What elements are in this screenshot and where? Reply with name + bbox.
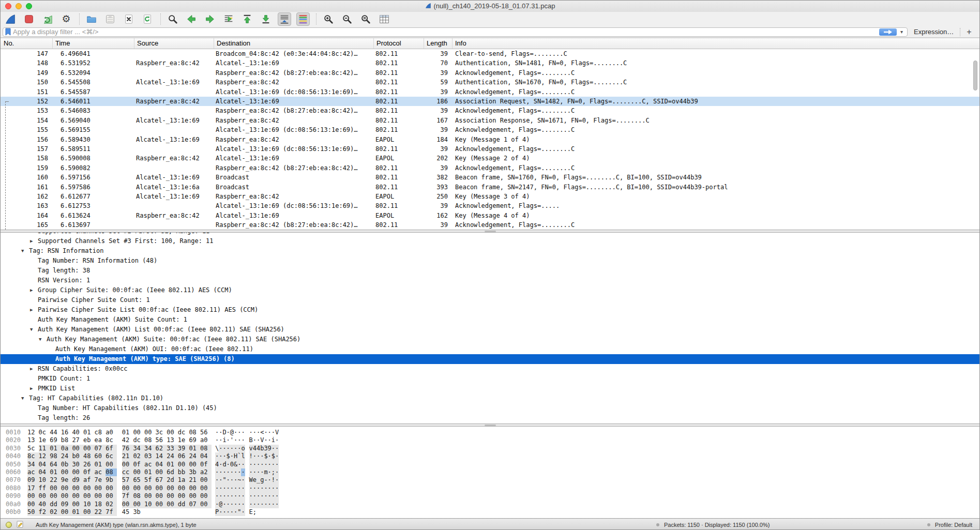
ascii-char[interactable]: · [219, 508, 222, 516]
hex-byte[interactable]: 00 [144, 484, 156, 492]
packet-row[interactable]: 1576.589511Alcatel-_13:1e:69 (dc:08:56:1… [1, 144, 979, 154]
hex-byte[interactable]: 3b [189, 468, 200, 476]
hex-byte[interactable]: 24 [167, 452, 178, 460]
hex-byte[interactable]: 00 [122, 501, 133, 508]
ascii-char[interactable]: " [237, 508, 241, 516]
hex-byte[interactable]: 00 [122, 461, 133, 468]
ascii-char[interactable]: · [257, 492, 260, 500]
ascii-char[interactable]: · [230, 492, 234, 500]
ascii-char[interactable]: · [253, 461, 257, 468]
tree-row[interactable]: Auth Key Management (AKM) type: SAE (SHA… [1, 354, 979, 364]
go-forward-icon[interactable] [203, 12, 217, 26]
ascii-char[interactable]: · [268, 429, 272, 436]
packet-row[interactable]: 1546.569040Alcatel-_13:1e:69Raspberr_ea:… [1, 116, 979, 125]
ascii-char[interactable]: · [275, 501, 279, 508]
hex-byte[interactable]: 12 [27, 429, 39, 436]
ascii-char[interactable]: 4 [215, 461, 219, 468]
packet-row[interactable]: 1646.613624Raspberr_ea:8c:42Alcatel-_13:… [1, 211, 979, 220]
ascii-char[interactable]: · [237, 484, 241, 492]
hex-byte[interactable]: 7f [122, 492, 133, 500]
ascii-char[interactable]: · [264, 429, 267, 436]
ascii-char[interactable]: · [219, 492, 222, 500]
hex-byte[interactable]: 60 [95, 452, 106, 460]
hex-byte[interactable]: 1a [178, 476, 189, 484]
hex-byte[interactable]: 00 [105, 492, 117, 500]
hex-byte[interactable]: dc [133, 436, 144, 444]
ascii-char[interactable]: · [264, 436, 267, 444]
expression-button[interactable]: Expression… [914, 28, 954, 36]
ascii-char[interactable]: · [234, 476, 237, 484]
ascii-char[interactable]: · [230, 468, 234, 476]
tree-row[interactable]: ▶Group Cipher Suite: 00:0f:ac (Ieee 802.… [1, 285, 979, 295]
hex-byte[interactable]: 00 [83, 492, 95, 500]
ascii-char[interactable]: · [215, 492, 219, 500]
hex-row[interactable]: 00700910229ed9af7e9b57655f672d1a2100··"·… [1, 476, 979, 484]
column-header-destination[interactable]: Destination [214, 38, 373, 49]
hex-byte[interactable]: 00 [83, 484, 95, 492]
hex-byte[interactable]: 00 [200, 501, 212, 508]
packet-row[interactable]: 1616.597586Alcatel-_13:1e:6aBroadcast802… [1, 183, 979, 192]
hex-byte[interactable]: 18 [95, 501, 106, 508]
hex-byte[interactable]: 24 [189, 452, 200, 460]
hex-byte[interactable]: ac [27, 468, 39, 476]
ascii-char[interactable]: $ [227, 452, 230, 460]
packet-row[interactable]: 1656.613697Raspberr_ea:8c:42 (b8:27:eb:e… [1, 220, 979, 230]
hex-byte[interactable]: 14 [156, 452, 167, 460]
ascii-char[interactable]: · [234, 445, 237, 452]
ascii-char[interactable]: · [222, 501, 226, 508]
ascii-char[interactable]: · [234, 501, 237, 508]
ascii-char[interactable]: @ [219, 501, 222, 508]
packet-row[interactable]: 1596.590082Raspberr_ea:8c:42 (b8:27:eb:e… [1, 163, 979, 173]
tree-row[interactable]: Tag length: 38 [1, 266, 979, 276]
ascii-char[interactable]: · [237, 436, 241, 444]
ascii-char[interactable]: · [268, 461, 272, 468]
ascii-char[interactable]: · [227, 468, 230, 476]
hex-byte[interactable]: ea [95, 436, 106, 444]
hex-byte[interactable]: 13 [27, 436, 39, 444]
hex-byte[interactable]: 21 [122, 452, 133, 460]
packet-row[interactable]: 1486.531952Raspberr_ea:8c:42Alcatel-_13:… [1, 58, 979, 68]
hex-byte[interactable]: 16 [61, 429, 72, 436]
ascii-char[interactable]: · [272, 429, 275, 436]
hex-byte[interactable]: 00 [167, 484, 178, 492]
packet-row[interactable]: 1586.590008Raspberr_ea:8c:42Alcatel-_13:… [1, 154, 979, 163]
hex-byte[interactable]: 57 [122, 476, 133, 484]
hex-byte[interactable]: 00 [144, 429, 156, 436]
ascii-char[interactable]: · [268, 492, 272, 500]
colorize-icon[interactable] [296, 12, 310, 26]
packet-row[interactable]: 1626.612677Alcatel-_13:1e:69Raspberr_ea:… [1, 192, 979, 201]
ascii-char[interactable]: · [241, 476, 245, 484]
hex-byte[interactable]: 13 [167, 436, 178, 444]
ascii-char[interactable]: 4 [253, 445, 257, 452]
start-capture-icon[interactable] [4, 12, 17, 26]
hex-byte[interactable]: 00 [189, 484, 200, 492]
ascii-char[interactable]: · [222, 452, 226, 460]
hex-byte[interactable]: 04 [39, 461, 50, 468]
ascii-char[interactable]: · [275, 492, 279, 500]
ascii-char[interactable]: · [237, 429, 241, 436]
hex-byte[interactable]: 04 [200, 452, 212, 460]
hex-byte[interactable]: 00 [61, 484, 72, 492]
hex-byte[interactable]: 04 [39, 468, 50, 476]
zoom-out-icon[interactable] [340, 12, 354, 26]
tree-row[interactable]: ▼Auth Key Management (AKM) Suite: 00:0f:… [1, 335, 979, 344]
hex-byte[interactable]: 62 [156, 445, 167, 452]
hex-byte[interactable]: 42 [122, 436, 133, 444]
go-back-icon[interactable] [185, 12, 198, 26]
hex-byte[interactable]: 09 [27, 476, 39, 484]
ascii-char[interactable]: · [260, 452, 264, 460]
hex-byte[interactable]: 9e [61, 476, 72, 484]
ascii-char[interactable]: · [234, 429, 237, 436]
ascii-char[interactable]: · [227, 501, 230, 508]
ascii-char[interactable]: · [253, 429, 257, 436]
packet-row[interactable]: 1636.612753Alcatel-_13:1e:69 (dc:08:56:1… [1, 201, 979, 210]
hex-byte[interactable]: 08 [133, 492, 144, 500]
ascii-char[interactable]: V [275, 429, 279, 436]
hex-byte[interactable]: 21 [189, 476, 200, 484]
ascii-char[interactable]: · [268, 476, 272, 484]
tree-row[interactable]: ▶Supported Channels Set #2 First: 52, Ra… [1, 233, 979, 236]
hex-byte[interactable]: 6f [105, 445, 117, 452]
column-header-length[interactable]: Length [424, 38, 452, 49]
ascii-char[interactable]: · [264, 492, 267, 500]
hex-byte[interactable]: 00 [50, 492, 61, 500]
